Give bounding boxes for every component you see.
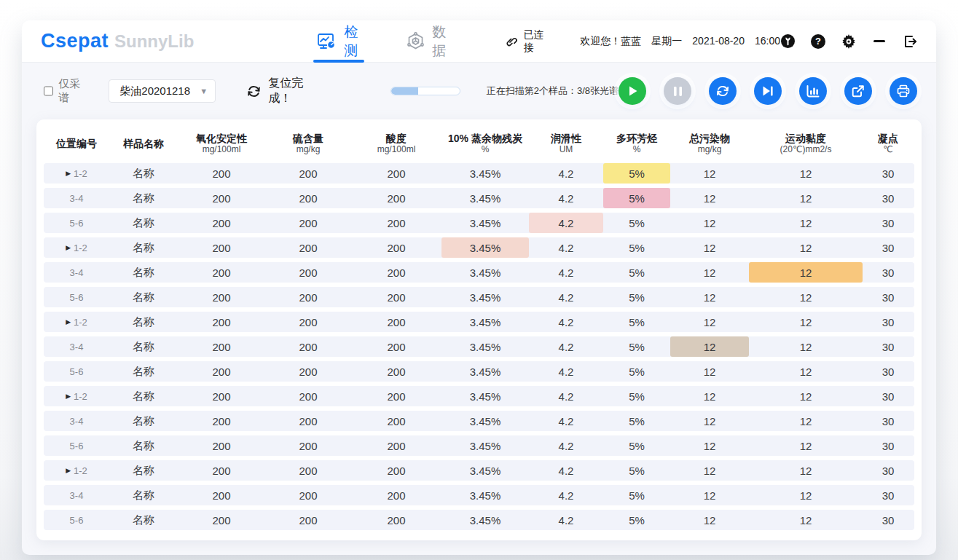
cell-col4: 200: [351, 435, 441, 456]
tab-detection[interactable]: 检测: [318, 20, 360, 63]
cell-col6: 4.2: [529, 460, 603, 481]
table-body: ▶1-2名称2002002003.45%4.25%1212303-4名称2002…: [44, 163, 914, 530]
table-row-14[interactable]: 5-6名称2002002003.45%4.25%121230: [44, 510, 914, 530]
export-button[interactable]: [844, 77, 872, 105]
position-cell: 5-6: [44, 361, 109, 382]
connection-status: 已连接: [505, 28, 546, 55]
cell-col1: 名称: [109, 411, 178, 431]
settings-gear-icon[interactable]: [841, 34, 856, 49]
refresh-button[interactable]: [709, 77, 737, 105]
cell-col7: 5%: [603, 262, 670, 283]
print-button[interactable]: [890, 77, 917, 105]
table-row-11[interactable]: 5-6名称2002002003.45%4.25%121230: [44, 435, 914, 456]
cell-col5: 3.45%: [441, 386, 529, 406]
cell-col1: 名称: [109, 336, 178, 357]
pause-button[interactable]: [664, 77, 691, 105]
cell-col4: 200: [351, 361, 441, 382]
cell-col6: 4.2: [529, 386, 603, 406]
cell-col5: 3.45%: [441, 336, 529, 357]
table-header-row: 位置编号样品名称氧化安定性mg/100ml硫含量mg/kg酸度mg/100ml1…: [44, 127, 914, 160]
cell-col3: 200: [265, 213, 351, 233]
cell-col2: 200: [178, 336, 265, 357]
table-row-1[interactable]: 3-4名称2002002003.45%4.25%121230: [44, 188, 914, 208]
cell-col7: 5%: [603, 510, 670, 530]
monitor-chart-icon: [318, 33, 337, 50]
table-row-12[interactable]: ▶1-2名称2002002003.45%4.25%121230: [44, 460, 914, 481]
cell-col3: 200: [265, 460, 351, 481]
expand-arrow-icon[interactable]: ▶: [66, 170, 71, 177]
cell-col4: 200: [351, 287, 441, 307]
sample-select[interactable]: 柴油20201218 ▼: [109, 79, 216, 103]
cell-col7: 5%: [603, 411, 670, 431]
time-text: 16:00: [755, 35, 780, 48]
cell-col2: 200: [178, 361, 265, 382]
logout-icon[interactable]: [903, 34, 917, 49]
cell-col9: 12: [749, 312, 863, 332]
help-icon[interactable]: ?: [811, 34, 825, 49]
column-header-7: 多环芳烃%: [603, 133, 670, 155]
cell-col5: 3.45%: [441, 237, 529, 258]
cell-col10: 30: [863, 411, 914, 431]
cell-col6: 4.2: [529, 361, 603, 382]
table-row-4[interactable]: 3-4名称2002002003.45%4.25%121230: [44, 262, 914, 283]
expand-arrow-icon[interactable]: ▶: [66, 318, 71, 326]
position-cell[interactable]: ▶1-2: [44, 237, 109, 258]
cell-col6: 4.2: [529, 312, 603, 332]
cell-col5: 3.45%: [441, 213, 529, 233]
cell-col10: 30: [863, 336, 914, 357]
expand-arrow-icon[interactable]: ▶: [66, 393, 71, 400]
reset-status[interactable]: 复位完成！: [246, 76, 323, 106]
bar-chart-button[interactable]: [799, 77, 827, 105]
position-cell[interactable]: ▶1-2: [44, 312, 109, 332]
cell-col7: 5%: [603, 361, 670, 382]
tab-data[interactable]: 数据: [407, 20, 448, 63]
expand-arrow-icon[interactable]: ▶: [66, 467, 71, 474]
skip-next-button[interactable]: [754, 77, 782, 105]
table-row-6[interactable]: ▶1-2名称2002002003.45%4.25%121230: [44, 312, 914, 332]
cell-col9: 12: [749, 336, 863, 357]
start-button[interactable]: [619, 77, 646, 105]
spectra-only-checkbox-group[interactable]: 仅采谱: [44, 77, 90, 105]
cell-col5: 3.45%: [441, 411, 529, 431]
table-row-2[interactable]: 5-6名称2002002003.45%4.25%121230: [44, 213, 914, 233]
position-cell: 3-4: [44, 262, 109, 283]
position-cell[interactable]: ▶1-2: [44, 460, 109, 481]
cell-col7: 5%: [603, 237, 670, 258]
cell-col1: 名称: [109, 237, 178, 258]
cell-col9: 12: [749, 361, 863, 382]
cell-col3: 200: [265, 312, 351, 332]
spectra-only-checkbox[interactable]: [44, 86, 53, 96]
table-row-3[interactable]: ▶1-2名称2002002003.45%4.25%121230: [44, 237, 914, 258]
cell-col3: 200: [265, 188, 351, 208]
cell-col4: 200: [351, 510, 441, 530]
position-cell: 5-6: [44, 435, 109, 456]
table-row-13[interactable]: 3-4名称2002002003.45%4.25%121230: [44, 485, 914, 505]
table-row-8[interactable]: 5-6名称2002002003.45%4.25%121230: [44, 361, 914, 382]
expand-arrow-icon[interactable]: ▶: [66, 244, 71, 251]
cell-col8: 12: [670, 188, 749, 208]
cell-col6: 4.2: [529, 262, 603, 283]
table-row-10[interactable]: 3-4名称2002002003.45%4.25%121230: [44, 411, 914, 431]
table-row-5[interactable]: 5-6名称2002002003.45%4.25%121230: [44, 287, 914, 307]
minimize-icon[interactable]: [872, 34, 887, 49]
maintenance-wrench-icon[interactable]: [780, 34, 795, 49]
scan-progress-bar: [390, 87, 460, 95]
cell-col4: 200: [351, 237, 441, 258]
position-cell[interactable]: ▶1-2: [44, 386, 109, 406]
column-header-10: 凝点℃: [863, 133, 914, 155]
cell-col2: 200: [178, 163, 265, 184]
cell-col10: 30: [863, 188, 914, 208]
cell-col6: 4.2: [529, 213, 603, 233]
cell-col10: 30: [863, 460, 914, 481]
cell-col5: 3.45%: [441, 262, 529, 283]
position-cell[interactable]: ▶1-2: [44, 163, 109, 184]
cell-col2: 200: [178, 287, 265, 307]
table-row-7[interactable]: 3-4名称2002002003.45%4.25%121230: [44, 336, 914, 357]
cell-col5: 3.45%: [441, 510, 529, 530]
table-row-9[interactable]: ▶1-2名称2002002003.45%4.25%121230: [44, 386, 914, 406]
cell-col10: 30: [863, 262, 914, 283]
cell-col3: 200: [265, 510, 351, 530]
position-cell: 5-6: [44, 287, 109, 307]
table-row-0[interactable]: ▶1-2名称2002002003.45%4.25%121230: [44, 163, 914, 184]
app-logo: Csepat SunnyLib: [41, 30, 194, 52]
